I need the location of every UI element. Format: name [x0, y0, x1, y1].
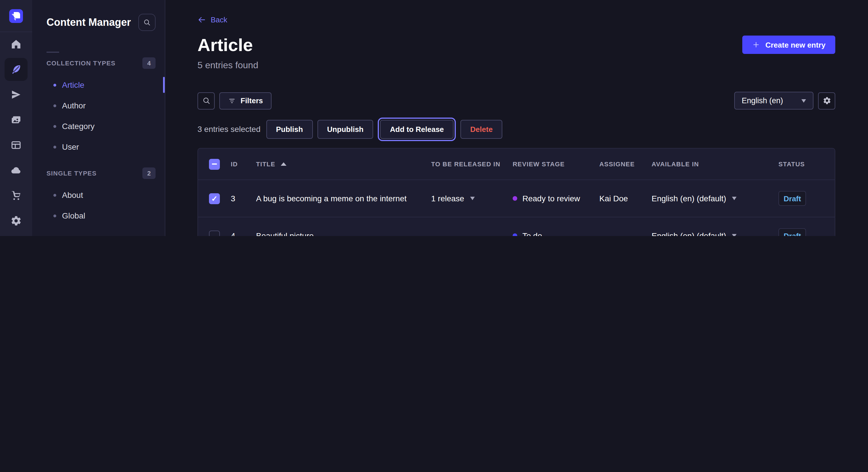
cart-nav-button[interactable]	[5, 184, 28, 207]
column-header-title[interactable]: TITLE	[256, 161, 431, 167]
entries-count: 5 entries found	[197, 60, 835, 71]
bullet-icon	[53, 194, 56, 196]
page-title: Article	[197, 36, 253, 55]
filter-icon	[228, 97, 236, 105]
column-label: REVIEW STAGE	[513, 161, 565, 167]
entry-assignee: -	[599, 231, 652, 236]
locale-select[interactable]: English (en)	[734, 92, 813, 109]
column-label: TO BE RELEASED IN	[431, 161, 500, 167]
feather-nav-button[interactable]	[5, 58, 28, 81]
home-nav-button[interactable]	[5, 33, 28, 56]
stage-dot-icon	[513, 233, 517, 236]
stage-label: Ready to review	[522, 194, 580, 203]
column-header-assignee[interactable]: ASSIGNEE	[599, 161, 652, 167]
locale-label: English (en) (default)	[652, 231, 726, 236]
entry-review-stage: To do	[513, 231, 599, 236]
publish-button[interactable]: Publish	[266, 120, 313, 138]
entry-releases-dropdown[interactable]: 1 release	[431, 194, 513, 203]
sidebar-section: SINGLE TYPES2 About Global	[32, 167, 165, 226]
sidebar-item-user[interactable]: User	[32, 136, 165, 157]
layout-nav-button[interactable]	[5, 134, 28, 157]
section-label: COLLECTION TYPES	[46, 60, 115, 67]
entry-title: A bug is becoming a meme on the internet	[256, 194, 431, 203]
chevron-down-icon	[732, 234, 737, 236]
entry-id: 4	[231, 231, 256, 236]
main-content: Back Article Create new entry 5 entries …	[165, 0, 868, 236]
bullet-icon	[53, 145, 56, 148]
column-label: AVAILABLE IN	[652, 161, 699, 167]
bullet-icon	[53, 83, 56, 86]
search-button[interactable]	[138, 14, 156, 31]
sidebar-item-label: Global	[62, 211, 85, 220]
section-count-badge: 4	[143, 57, 156, 69]
sidebar-item-author[interactable]: Author	[32, 95, 165, 116]
column-label: ID	[231, 161, 238, 167]
table-row: 3 A bug is becoming a meme on the intern…	[198, 179, 835, 217]
sidebar-item-label: Category	[62, 122, 95, 131]
sidebar-title: Content Manager	[46, 16, 131, 28]
gear-nav-button[interactable]	[5, 209, 28, 232]
status-badge: Draft	[778, 228, 806, 236]
column-header-status[interactable]: STATUS	[778, 161, 835, 167]
media-library-nav-button[interactable]	[5, 108, 28, 131]
plus-icon	[752, 41, 760, 49]
strapi-admin-window: KD Content Manager COLLECTION TYPES4 Art…	[0, 0, 868, 236]
search-icon	[202, 96, 210, 105]
sidebar-item-about[interactable]: About	[32, 185, 165, 205]
entry-assignee: Kai Doe	[599, 194, 652, 203]
search-entries-button[interactable]	[197, 92, 215, 109]
column-label: STATUS	[778, 161, 805, 167]
column-header-review-stage[interactable]: REVIEW STAGE	[513, 161, 599, 167]
stage-dot-icon	[513, 196, 517, 201]
row-checkbox[interactable]	[209, 230, 220, 236]
unpublish-button[interactable]: Unpublish	[317, 120, 373, 138]
paper-plane-icon	[10, 89, 22, 100]
entries-table: IDTITLETO BE RELEASED INREVIEW STAGEASSI…	[197, 148, 835, 236]
chevron-down-icon	[732, 197, 737, 200]
section-count-badge: 2	[143, 167, 156, 179]
content-manager-sidebar: Content Manager COLLECTION TYPES4 Articl…	[32, 0, 165, 236]
delete-button[interactable]: Delete	[460, 120, 502, 138]
chevron-down-icon	[801, 99, 806, 102]
sidebar-item-label: Article	[62, 80, 84, 90]
filter-icon	[228, 97, 236, 105]
feather-icon	[10, 64, 22, 75]
sort-ascending-icon	[280, 162, 286, 166]
entry-available-in-dropdown[interactable]: English (en) (default)	[652, 194, 778, 203]
arrow-left-icon	[197, 15, 206, 24]
strapi-logo	[9, 9, 23, 23]
strapi-logo[interactable]	[9, 9, 23, 23]
column-header-id[interactable]: ID	[231, 161, 256, 167]
divider	[46, 52, 59, 53]
search-icon	[143, 19, 151, 26]
gear-icon	[823, 96, 831, 105]
filters-button[interactable]: Filters	[219, 92, 272, 109]
bullet-icon	[53, 214, 56, 217]
row-checkbox[interactable]	[209, 193, 220, 204]
add-to-release-button[interactable]: Add to Release	[380, 120, 454, 138]
column-header-to-be-released-in[interactable]: TO BE RELEASED IN	[431, 161, 513, 167]
entry-review-stage: Ready to review	[513, 194, 599, 203]
locale-label: English (en) (default)	[652, 194, 726, 203]
media-library-icon	[10, 114, 22, 126]
create-new-entry-button[interactable]: Create new entry	[742, 36, 835, 54]
entry-title: Beautiful picture	[256, 231, 431, 236]
releases-label: -	[431, 231, 434, 236]
sidebar-item-article[interactable]: Article	[32, 74, 165, 95]
cloud-nav-button[interactable]	[5, 159, 28, 182]
sidebar-item-global[interactable]: Global	[32, 205, 165, 226]
plus-icon	[752, 41, 760, 49]
cart-icon	[10, 190, 22, 201]
sidebar-section: COLLECTION TYPES4 Article Author Categor…	[32, 57, 165, 157]
paper-plane-nav-button[interactable]	[5, 83, 28, 106]
list-settings-button[interactable]	[818, 92, 835, 109]
select-all-checkbox[interactable]	[209, 159, 220, 169]
entry-id: 3	[231, 194, 256, 203]
sidebar-item-category[interactable]: Category	[32, 116, 165, 136]
column-label: TITLE	[256, 161, 275, 167]
bullet-icon	[53, 125, 56, 128]
entry-available-in-dropdown[interactable]: English (en) (default)	[652, 231, 778, 236]
column-header-available-in[interactable]: AVAILABLE IN	[652, 161, 778, 167]
back-link[interactable]: Back	[197, 15, 227, 24]
sidebar-item-label: User	[62, 142, 79, 151]
